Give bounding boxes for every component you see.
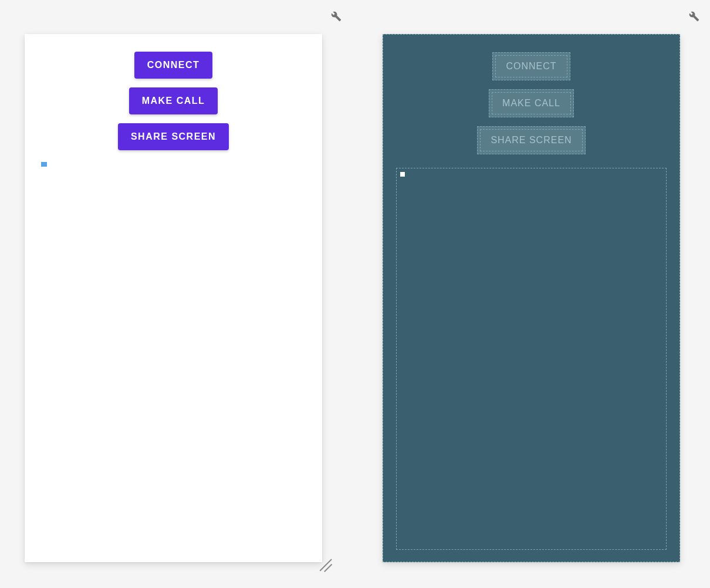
- make-call-button[interactable]: MAKE CALL: [489, 89, 574, 117]
- resize-handle[interactable]: [317, 556, 335, 574]
- left-panel-wrapper: CONNECT MAKE CALL SHARE SCREEN: [25, 9, 347, 562]
- connect-button[interactable]: CONNECT: [492, 52, 570, 80]
- share-screen-button[interactable]: SHARE SCREEN: [118, 123, 229, 150]
- wrench-icon[interactable]: [689, 11, 699, 22]
- wrench-icon[interactable]: [331, 11, 342, 22]
- video-element-outline: [400, 172, 405, 177]
- video-container-outline: [396, 168, 667, 550]
- video-element: [41, 162, 47, 167]
- right-panel-wrapper: CONNECT MAKE CALL SHARE SCREEN: [383, 9, 705, 562]
- make-call-button[interactable]: MAKE CALL: [129, 87, 218, 114]
- workspace: CONNECT MAKE CALL SHARE SCREEN CONNECT M…: [0, 0, 710, 562]
- preview-panel: CONNECT MAKE CALL SHARE SCREEN: [25, 34, 322, 562]
- connect-button[interactable]: CONNECT: [134, 52, 213, 79]
- blueprint-panel: CONNECT MAKE CALL SHARE SCREEN: [383, 34, 680, 562]
- share-screen-button[interactable]: SHARE SCREEN: [477, 126, 585, 154]
